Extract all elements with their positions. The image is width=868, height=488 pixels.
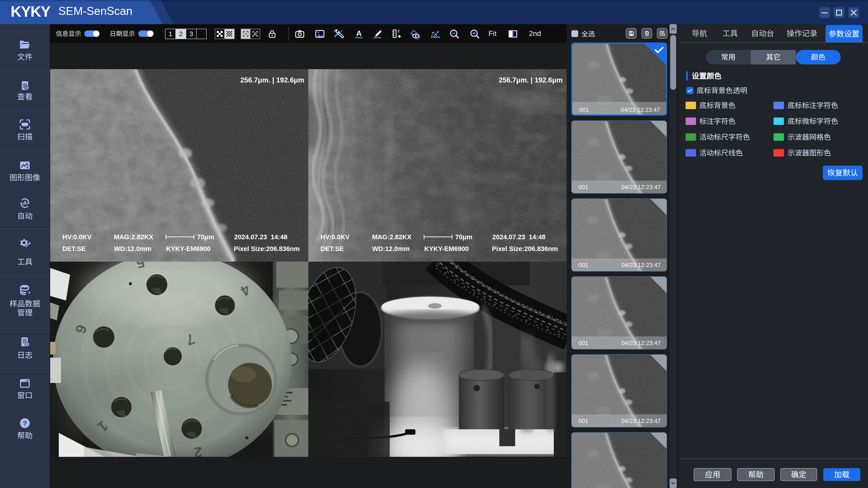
- svg-text:A: A: [23, 200, 27, 206]
- svg-text:A: A: [356, 29, 362, 37]
- svg-text:?: ?: [23, 420, 27, 427]
